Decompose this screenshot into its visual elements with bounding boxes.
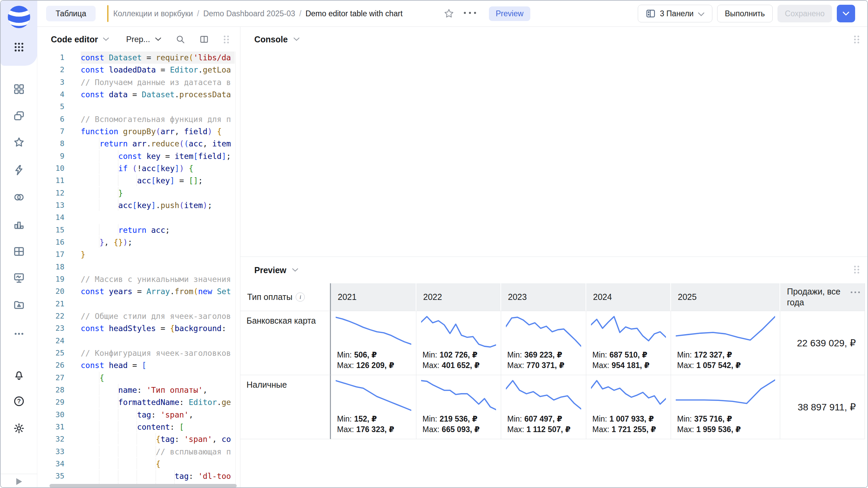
code-token: . (156, 201, 161, 210)
sidebar-expand-button[interactable] (1, 474, 37, 488)
chevron-down-icon[interactable] (292, 267, 298, 273)
collections-icon[interactable] (1, 110, 37, 122)
editor-title[interactable]: Code editor (51, 35, 98, 44)
code-line[interactable]: 2const loadedData = Editor.getLoa (37, 64, 240, 76)
code-token: acc (142, 164, 156, 173)
lightning-icon[interactable] (1, 164, 37, 176)
code-token: const (81, 361, 109, 370)
code-line[interactable]: 27{ (37, 372, 240, 384)
code-line[interactable]: 16}, {}); (37, 236, 240, 248)
min-max-values: Min:607 497, ₽Max:1 112 507, ₽ (507, 414, 571, 435)
panels-dropdown-button[interactable]: 3 Панели (638, 5, 712, 22)
bar-chart-icon[interactable] (1, 219, 37, 230)
console-title[interactable]: Console (254, 35, 288, 44)
save-menu-button[interactable] (837, 5, 855, 22)
table-row-label: Банковская карта (240, 311, 331, 375)
code-line[interactable]: 30tag: 'span', (37, 409, 240, 421)
code-line[interactable]: 12} (37, 187, 240, 199)
code-line[interactable]: 4const data = Dataset.processData (37, 88, 240, 101)
code-line[interactable]: 20const years = Array.from(new Set (37, 285, 240, 298)
editor-mode-select[interactable]: Prep... (126, 35, 150, 44)
code-line[interactable]: 33// всплывающая п (37, 446, 240, 458)
indent-guide (99, 187, 118, 199)
linked-circles-icon[interactable] (1, 191, 37, 203)
code-line[interactable]: 10if (!acc[key]) { (37, 162, 240, 175)
code-text: }, {}); (81, 236, 235, 248)
code-line[interactable]: 7function groupBy(arr, field) { (37, 125, 240, 138)
storage-folder-icon[interactable] (1, 299, 37, 311)
code-line[interactable]: 17} (37, 248, 240, 261)
code-line[interactable]: 23const headStyles = {background: (37, 322, 240, 334)
chevron-down-icon[interactable] (293, 36, 300, 42)
run-button[interactable]: Выполнить (717, 5, 773, 22)
sparkline-chart (421, 314, 496, 349)
chevron-down-icon[interactable] (155, 36, 161, 42)
drag-handle[interactable] (854, 266, 859, 273)
favorites-star-icon[interactable] (1, 137, 37, 148)
min-label: Min: (337, 414, 352, 423)
help-icon[interactable]: ? (1, 395, 37, 407)
drag-handle[interactable] (854, 36, 859, 43)
code-line[interactable]: 18 (37, 261, 240, 273)
code-line[interactable]: 32{tag: 'span', co (37, 433, 240, 445)
code-line[interactable]: 6// Вспомогательная функция для п (37, 113, 240, 125)
code-line[interactable]: 11acc[key] = []; (37, 175, 240, 187)
line-number: 9 (37, 150, 64, 162)
code-line[interactable]: 14 (37, 211, 240, 224)
code-line[interactable]: 5 (37, 101, 240, 113)
code-text: const loadedData = Editor.getLoa (81, 64, 235, 76)
breadcrumb-workbook[interactable]: Demo Dashboard 2025-03 (203, 9, 295, 18)
more-dots-icon[interactable] (1, 328, 37, 340)
code-line[interactable]: 26const head = [ (37, 359, 240, 371)
code-token: = (127, 90, 142, 99)
code-token: require (156, 53, 189, 62)
monitoring-icon[interactable] (1, 272, 37, 284)
drag-handle[interactable] (224, 36, 229, 43)
preview-badge[interactable]: Preview (489, 6, 530, 21)
info-icon[interactable]: i (296, 292, 305, 302)
search-icon[interactable] (176, 35, 185, 44)
line-number: 25 (37, 347, 64, 359)
apps-grid-icon[interactable] (1, 41, 37, 53)
more-dots-icon[interactable] (464, 12, 476, 14)
code-line[interactable]: 22// Общие стили для ячеек-заголов (37, 310, 240, 322)
datalens-logo[interactable] (7, 5, 31, 28)
horizontal-scrollbar[interactable] (50, 484, 237, 488)
code-line[interactable]: 28name: 'Тип оплаты', (37, 384, 240, 396)
code-line[interactable]: 3// Получаем данные из датасета в (37, 76, 240, 88)
notifications-bell-icon[interactable] (1, 369, 37, 381)
preview-table: Тип оплатыi20212022202320242025Продажи, … (240, 283, 865, 439)
code-line[interactable]: 1const Dataset = require('libs/da (37, 52, 240, 64)
settings-gear-icon[interactable] (1, 423, 37, 434)
line-number: 6 (37, 113, 64, 125)
code-line[interactable]: 19// Массив с уникальными значения (37, 273, 240, 285)
chevron-down-icon[interactable] (103, 36, 109, 42)
code-text: } (81, 248, 235, 261)
column-menu-dots-icon[interactable] (851, 291, 860, 293)
code-line[interactable]: 15return acc; (37, 224, 240, 236)
code-line[interactable]: 9const key = item[field]; (37, 150, 240, 162)
saved-button[interactable]: Сохранено (777, 5, 832, 22)
code-line[interactable]: 24 (37, 335, 240, 347)
code-token: item (184, 201, 203, 210)
code-token: // Получаем данные из датасета в (81, 78, 231, 87)
code-line[interactable]: 29formattedName: Editor.ge (37, 396, 240, 408)
line-number: 32 (37, 433, 64, 445)
line-number: 30 (37, 409, 64, 421)
code-line[interactable]: 13acc[key].push(item); (37, 199, 240, 211)
code-line[interactable]: 31content: [ (37, 421, 240, 433)
dashboards-icon[interactable] (1, 83, 37, 95)
breadcrumb-collections[interactable]: Коллекции и воркбуки (113, 9, 193, 18)
code-token: const (81, 90, 109, 99)
code-line[interactable]: 21 (37, 298, 240, 310)
star-icon[interactable] (443, 8, 454, 20)
code-line[interactable]: 35tag: 'dl-too (37, 470, 240, 482)
preview-title[interactable]: Preview (254, 265, 287, 275)
split-view-icon[interactable] (199, 35, 209, 44)
code-line[interactable]: 25// Конфигурация ячеек-заголовков (37, 347, 240, 359)
code-line[interactable]: 8return arr.reduce((acc, item (37, 138, 240, 150)
table-icon[interactable] (1, 246, 37, 257)
code-line[interactable]: 34{ (37, 458, 240, 470)
code-token: , (189, 410, 194, 419)
tab-table[interactable]: Таблица (46, 6, 96, 21)
